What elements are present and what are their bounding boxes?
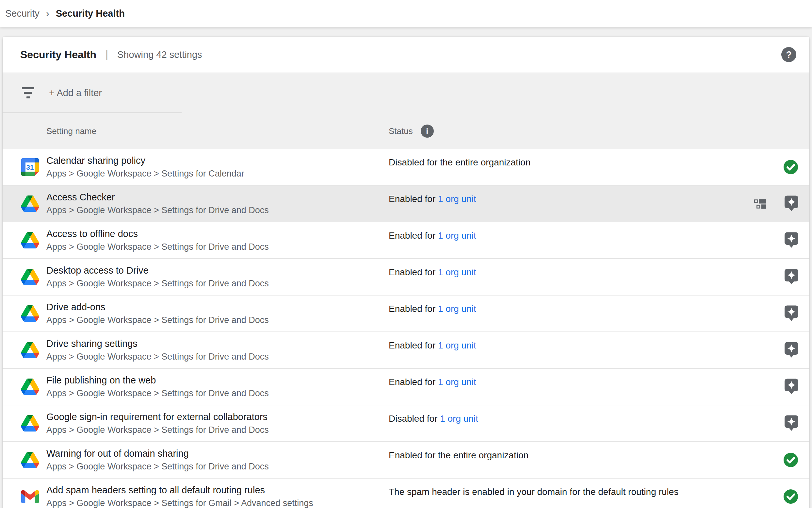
breadcrumb-link-security[interactable]: Security — [5, 8, 40, 19]
setting-path: Apps > Google Workspace > Settings for D… — [46, 350, 269, 363]
status-header: Status i — [389, 125, 434, 138]
breadcrumb: Security › Security Health — [0, 0, 812, 27]
row-trailing-icons — [783, 149, 798, 185]
row-trailing-icons — [784, 332, 798, 368]
setting-name: Warning for out of domain sharing — [46, 447, 269, 460]
status-text: Enabled for — [389, 230, 438, 241]
row-trailing-icons — [784, 369, 798, 405]
setting-text: Calendar sharing policy Apps > Google Wo… — [46, 154, 244, 180]
setting-text: Access to offline docs Apps > Google Wor… — [46, 227, 269, 253]
setting-path: Apps > Google Workspace > Settings for D… — [46, 241, 269, 253]
recommendation-button[interactable] — [784, 379, 798, 395]
help-button[interactable]: ? — [781, 47, 796, 62]
status-cell: Enabled for 1 org unit — [389, 193, 476, 206]
status-text: Enabled for — [389, 377, 438, 387]
status-ok-icon — [783, 453, 798, 467]
status-cell: Disabled for 1 org unit — [389, 412, 478, 425]
status-cell: Enabled for the entire organization — [389, 449, 528, 462]
table-row[interactable]: Drive add-ons Apps > Google Workspace > … — [3, 296, 809, 332]
row-trailing-icons — [784, 222, 798, 258]
help-icon: ? — [786, 49, 792, 60]
table-row[interactable]: 31 Calendar sharing policy Apps > Google… — [3, 149, 809, 186]
status-ok-icon — [783, 160, 798, 175]
org-unit-link[interactable]: 1 org unit — [438, 230, 476, 241]
setting-name: Drive add-ons — [46, 300, 269, 314]
status-cell: Disabled for the entire organization — [389, 156, 530, 169]
table-row[interactable]: Desktop access to Drive Apps > Google Wo… — [3, 259, 809, 296]
status-info-icon[interactable]: i — [421, 125, 434, 138]
recommendation-button[interactable] — [784, 196, 798, 212]
setting-path: Apps > Google Workspace > Settings for D… — [46, 424, 269, 436]
row-trailing-icons — [784, 259, 798, 295]
setting-path: Apps > Google Workspace > Settings for D… — [46, 277, 269, 290]
page-title: Security Health — [20, 49, 96, 61]
setting-name-header: Setting name — [46, 126, 96, 136]
setting-text: Access Checker Apps > Google Workspace >… — [46, 190, 269, 217]
setting-text: Drive add-ons Apps > Google Workspace > … — [46, 300, 269, 327]
setting-text: Desktop access to Drive Apps > Google Wo… — [46, 264, 269, 290]
status-text: Enabled for — [389, 267, 438, 277]
table-row[interactable]: Add spam headers setting to all default … — [3, 478, 809, 508]
setting-name: Google sign-in requirement for external … — [46, 410, 269, 424]
setting-name: Access to offline docs — [46, 227, 269, 241]
settings-table-body: 31 Calendar sharing policy Apps > Google… — [3, 149, 809, 508]
table-row[interactable]: Access Checker Apps > Google Workspace >… — [3, 186, 809, 222]
drive-icon — [21, 305, 39, 322]
settings-count: Showing 42 settings — [117, 49, 202, 60]
status-ok-icon — [783, 489, 798, 504]
org-unit-link[interactable]: 1 org unit — [438, 340, 476, 350]
org-unit-link[interactable]: 1 org unit — [440, 414, 478, 424]
status-text: Disabled for the entire organization — [389, 157, 530, 167]
status-text: Enabled for — [389, 340, 438, 350]
status-text: The spam header is enabled in your domai… — [389, 487, 678, 497]
recommendation-button[interactable] — [784, 342, 798, 358]
setting-name: Desktop access to Drive — [46, 264, 269, 277]
org-unit-link[interactable]: 1 org unit — [438, 194, 476, 204]
status-text: Enabled for — [389, 194, 438, 204]
status-text: Enabled for — [389, 304, 438, 314]
drive-icon — [21, 342, 39, 358]
status-text: Enabled for the entire organization — [389, 450, 528, 460]
filter-bar: + Add a filter — [3, 73, 809, 113]
table-header: Setting name Status i — [3, 113, 809, 149]
filter-icon — [21, 87, 35, 98]
org-unit-link[interactable]: 1 org unit — [438, 267, 476, 277]
table-row[interactable]: File publishing on the web Apps > Google… — [3, 369, 809, 405]
recommendation-button[interactable] — [784, 415, 798, 431]
drive-icon — [21, 415, 39, 431]
svg-text:31: 31 — [27, 163, 34, 171]
setting-text: Warning for out of domain sharing Apps >… — [46, 447, 269, 473]
setting-path: Apps > Google Workspace > Settings for D… — [46, 314, 269, 327]
drive-icon — [21, 232, 39, 248]
setting-name: Calendar sharing policy — [46, 154, 244, 167]
status-cell: Enabled for 1 org unit — [389, 339, 476, 352]
recommendation-button[interactable] — [784, 269, 798, 285]
drive-icon — [21, 452, 39, 468]
row-trailing-icons — [784, 296, 798, 332]
org-unit-link[interactable]: 1 org unit — [438, 304, 476, 314]
recommendation-button[interactable] — [784, 305, 798, 322]
table-row[interactable]: Google sign-in requirement for external … — [3, 405, 809, 442]
status-header-label: Status — [389, 126, 413, 136]
setting-name: Add spam headers setting to all default … — [46, 483, 313, 497]
setting-path: Apps > Google Workspace > Settings for D… — [46, 460, 269, 473]
recommendation-button[interactable] — [784, 232, 798, 248]
drive-icon — [21, 269, 39, 285]
title-separator: | — [105, 49, 108, 60]
row-trailing-icons — [784, 405, 798, 441]
row-trailing-icons — [754, 186, 798, 222]
breadcrumb-separator-icon: › — [46, 8, 49, 19]
table-row[interactable]: Warning for out of domain sharing Apps >… — [3, 442, 809, 478]
table-row[interactable]: Access to offline docs Apps > Google Wor… — [3, 222, 809, 259]
setting-name: Drive sharing settings — [46, 337, 269, 350]
status-cell: Enabled for 1 org unit — [389, 229, 476, 242]
row-trailing-icons — [783, 478, 798, 508]
setting-text: File publishing on the web Apps > Google… — [46, 374, 269, 400]
table-row[interactable]: Drive sharing settings Apps > Google Wor… — [3, 332, 809, 369]
setting-text: Drive sharing settings Apps > Google Wor… — [46, 337, 269, 363]
org-unit-link[interactable]: 1 org unit — [438, 377, 476, 387]
add-filter-button[interactable]: + Add a filter — [49, 88, 102, 98]
setting-text: Google sign-in requirement for external … — [46, 410, 269, 436]
setting-path: Apps > Google Workspace > Settings for D… — [46, 204, 269, 217]
status-cell: The spam header is enabled in your domai… — [389, 485, 678, 499]
